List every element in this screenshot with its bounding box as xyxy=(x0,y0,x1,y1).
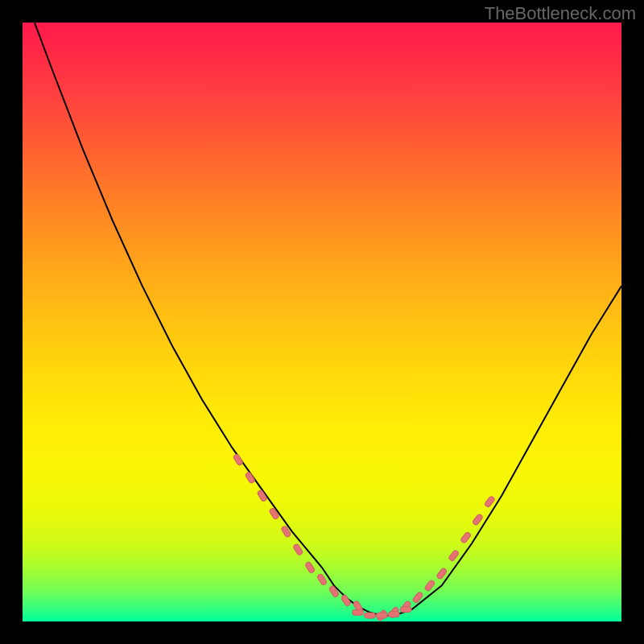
curve-marker xyxy=(316,573,327,586)
chart-plot-area xyxy=(23,23,621,621)
curve-marker xyxy=(257,489,267,502)
curve-marker xyxy=(376,609,387,621)
curve-marker xyxy=(412,592,423,604)
marker-group-left xyxy=(233,453,363,613)
curve-marker xyxy=(388,612,399,617)
curve-marker xyxy=(245,472,255,485)
curve-marker xyxy=(484,496,495,508)
curve-marker xyxy=(353,601,363,613)
curve-marker xyxy=(328,585,339,598)
curve-marker xyxy=(472,514,483,526)
bottleneck-curve xyxy=(35,23,621,616)
curve-marker xyxy=(424,580,436,592)
chart-svg xyxy=(23,23,621,621)
curve-marker xyxy=(281,526,291,539)
curve-marker xyxy=(436,568,448,580)
marker-group-right xyxy=(376,496,495,621)
curve-marker xyxy=(448,550,460,562)
curve-marker xyxy=(341,594,351,607)
curve-marker xyxy=(233,453,243,466)
curve-marker xyxy=(353,609,364,615)
curve-marker xyxy=(269,507,279,520)
marker-group-bottom xyxy=(353,607,412,619)
curve-marker xyxy=(388,606,399,618)
curve-marker xyxy=(400,607,411,613)
curve-marker xyxy=(376,613,387,618)
watermark-text: TheBottleneck.com xyxy=(485,3,636,24)
curve-marker xyxy=(400,601,411,613)
curve-marker xyxy=(304,561,315,574)
curve-marker xyxy=(365,613,376,618)
curve-marker xyxy=(460,531,472,543)
curve-marker xyxy=(293,543,303,556)
